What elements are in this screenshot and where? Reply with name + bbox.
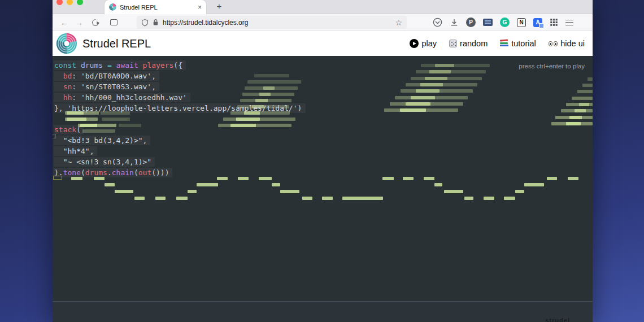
- note-event-bar: [572, 97, 593, 100]
- note-event-bar: [515, 190, 524, 193]
- tab-close-icon[interactable]: ×: [198, 3, 202, 11]
- tab-title: Strudel REPL: [120, 4, 194, 11]
- zoom-window-button[interactable]: [77, 0, 83, 5]
- code-token: drums: [85, 168, 107, 177]
- note-event-bar: [254, 74, 289, 77]
- strudel-favicon-icon: [109, 3, 116, 11]
- notion-icon[interactable]: N: [517, 18, 526, 27]
- code-token: 'bd/BT0A0D0.wav': [81, 72, 151, 80]
- code-token: ,: [151, 72, 156, 80]
- reload-icon[interactable]: [91, 18, 101, 27]
- grammarly-icon[interactable]: G: [500, 18, 510, 27]
- password-extension-icon[interactable]: P: [466, 18, 476, 27]
- shield-icon[interactable]: [141, 19, 149, 27]
- code-token: 'sn/ST0T0S3.wav': [81, 82, 151, 91]
- code-token: "~ <sn!3 sn(3,4,1)>": [63, 158, 152, 166]
- close-window-button[interactable]: [56, 0, 63, 5]
- note-event-bar: [424, 177, 434, 180]
- code-token: players: [143, 61, 174, 69]
- random-button[interactable]: random: [449, 39, 488, 48]
- code-line[interactable]: "~ <sn!3 sn(3,4,1)>": [54, 157, 151, 168]
- note-event-bar: [568, 177, 578, 180]
- code-line[interactable]: sn: 'sn/ST0T0S3.wav',: [54, 82, 156, 93]
- note-event-bar: [119, 124, 141, 127]
- code-line[interactable]: const drums = await players({: [54, 60, 182, 71]
- note-event-bar: [247, 80, 301, 84]
- console-panel: strudel: [53, 302, 593, 321]
- note-event-bar: [425, 77, 447, 80]
- code-token: ())): [151, 168, 169, 177]
- note-event-bar: [406, 102, 430, 106]
- play-icon: [410, 39, 419, 48]
- browser-window: Strudel REPL × + ← → https://strudel.tid…: [53, 0, 593, 322]
- note-event-bar: [484, 197, 494, 200]
- code-line[interactable]: "<bd!3 bd(3,4,2)>",: [54, 136, 147, 146]
- tutorial-button[interactable]: tutorial: [500, 39, 536, 48]
- code-line[interactable]: bd: 'bd/BT0A0D0.wav',: [54, 71, 156, 82]
- page-action-icon[interactable]: [110, 19, 118, 25]
- url-bar[interactable]: https://strudel.tidalcycles.org ☆: [137, 16, 407, 29]
- extensions-grid-icon[interactable]: [550, 18, 558, 27]
- code-line[interactable]: }, 'https://loophole-letters.vercel.app/…: [54, 103, 302, 114]
- code-token: [54, 158, 63, 166]
- lock-icon: [153, 19, 159, 26]
- books-icon: [500, 40, 508, 47]
- dice-icon: [449, 40, 457, 47]
- note-event-bar: [416, 70, 486, 73]
- code-token: (: [76, 125, 81, 134]
- page-title: Strudel REPL: [82, 37, 410, 50]
- traffic-lights: [56, 0, 83, 5]
- note-event-bar: [197, 183, 218, 186]
- menu-hamburger-icon[interactable]: [565, 20, 573, 25]
- code-token: (: [81, 168, 85, 177]
- url-text[interactable]: https://strudel.tidalcycles.org: [163, 19, 391, 27]
- toolbar-extension-icons: P G N A: [433, 18, 573, 27]
- code-editor[interactable]: press ctrl+enter to play const drums = a…: [53, 56, 593, 301]
- code-line[interactable]: "hh*4",: [54, 146, 94, 157]
- play-button[interactable]: play: [410, 39, 437, 48]
- code-token: ,: [143, 136, 147, 145]
- code-token: ({: [173, 61, 182, 69]
- note-event-bar: [588, 77, 593, 81]
- note-event-bar: [82, 129, 115, 133]
- code-token: ): [297, 104, 302, 112]
- translate-icon[interactable]: A: [533, 18, 542, 27]
- code-line[interactable]: hh: 'hh/000_hh3closedhh.wav': [54, 93, 187, 103]
- note-event-bar: [575, 109, 586, 112]
- code-token: :: [72, 82, 81, 91]
- code-token: 'https://loophole-letters.vercel.app/sam…: [67, 104, 297, 112]
- note-event-bar: [176, 197, 188, 200]
- hide-ui-button[interactable]: hide ui: [549, 39, 585, 48]
- browser-tab[interactable]: Strudel REPL ×: [105, 0, 206, 14]
- code-token: 'hh/000_hh3closedhh.wav': [81, 93, 187, 102]
- note-event-bar: [236, 118, 260, 121]
- forward-button-icon[interactable]: →: [72, 18, 86, 27]
- code-token: ,: [90, 147, 94, 155]
- card-extension-icon[interactable]: [483, 19, 493, 26]
- eyes-icon: [549, 41, 558, 46]
- code-line[interactable]: stack(: [54, 125, 81, 136]
- note-event-bar: [579, 103, 589, 106]
- note-event-bar: [382, 177, 394, 180]
- code-token: (: [134, 168, 138, 177]
- note-event-bar: [577, 90, 593, 93]
- back-button-icon[interactable]: ←: [57, 18, 72, 27]
- code-token: =: [107, 61, 116, 69]
- note-event-bar: [420, 83, 443, 86]
- code-token: :: [72, 93, 81, 102]
- footer-watermark: strudel: [545, 317, 570, 322]
- code-line[interactable]: ).tone(drums.chain(out())): [54, 168, 169, 179]
- note-event-bar: [322, 197, 333, 200]
- minimize-window-button[interactable]: [67, 0, 73, 5]
- note-event-bar: [411, 96, 435, 99]
- new-tab-button[interactable]: +: [213, 1, 225, 11]
- code-token: await: [116, 61, 143, 69]
- bookmark-star-icon[interactable]: ☆: [395, 18, 402, 27]
- note-event-bar: [230, 124, 256, 127]
- pocket-icon[interactable]: [433, 18, 442, 27]
- code-token: chain: [112, 168, 134, 177]
- code-token: drums: [81, 61, 107, 69]
- code-token: stack: [54, 125, 76, 134]
- downloads-icon[interactable]: [450, 18, 459, 27]
- note-event-bar: [435, 64, 454, 67]
